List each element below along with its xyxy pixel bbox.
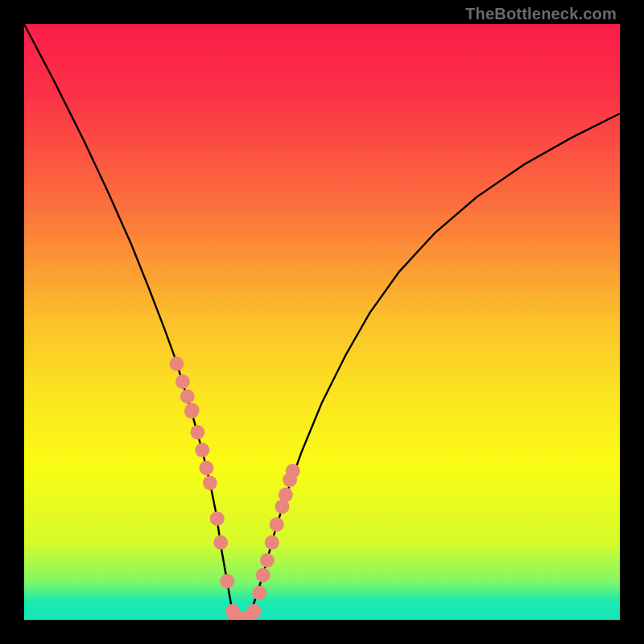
- dot: [265, 535, 279, 550]
- gradient-bg: [24, 24, 620, 620]
- dot: [175, 374, 190, 389]
- dot: [180, 390, 195, 404]
- dot: [195, 443, 209, 457]
- dot: [286, 464, 300, 478]
- dot: [199, 460, 213, 475]
- dot: [210, 511, 225, 526]
- dot: [213, 535, 228, 550]
- dot: [185, 403, 200, 418]
- dot: [270, 518, 284, 532]
- dot: [169, 357, 184, 371]
- dot: [220, 574, 234, 588]
- dot: [203, 476, 217, 490]
- chart-frame: TheBottleneck.com: [0, 0, 644, 644]
- dot: [247, 604, 262, 618]
- dot: [190, 425, 204, 440]
- dot: [260, 553, 275, 568]
- dot: [252, 586, 266, 601]
- watermark-text: TheBottleneck.com: [465, 5, 617, 23]
- dot: [279, 488, 293, 502]
- plot-area: [24, 24, 620, 620]
- dot: [256, 568, 270, 583]
- chart-svg: [24, 24, 620, 620]
